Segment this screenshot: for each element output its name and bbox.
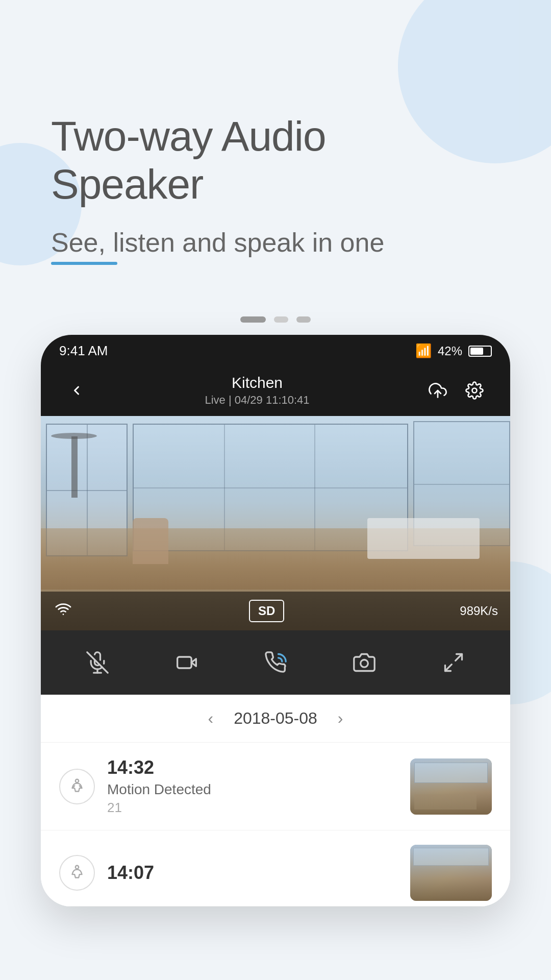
pagination <box>41 316 510 323</box>
camera-speed: 989K/s <box>460 604 498 618</box>
status-bar: 9:41 AM 📶 42% <box>41 335 510 365</box>
event-type: Motion Detected <box>107 781 398 798</box>
dot-3 <box>296 316 311 323</box>
camera-name: Kitchen <box>205 374 309 391</box>
event-thumbnail-2[interactable] <box>410 845 492 901</box>
live-label: Live <box>205 394 225 406</box>
events-list: 14:32 Motion Detected 21 <box>41 743 510 906</box>
event-time: 14:32 <box>107 757 398 778</box>
event-icon-wrap-2 <box>59 855 95 891</box>
cloud-button[interactable] <box>424 377 451 404</box>
date-prev-button[interactable]: ‹ <box>208 709 214 728</box>
settings-button[interactable] <box>461 377 488 404</box>
fullscreen-button[interactable] <box>436 645 471 680</box>
battery-pct: 42% <box>438 344 462 358</box>
battery-icon <box>468 346 492 357</box>
event-item-2[interactable]: 14:07 <box>41 830 510 906</box>
svg-line-10 <box>445 665 452 671</box>
camera-title: Kitchen Live | 04/29 11:10:41 <box>205 374 309 407</box>
status-right: 📶 42% <box>415 343 492 359</box>
svg-point-12 <box>76 866 79 869</box>
svg-line-9 <box>455 654 462 661</box>
event-item[interactable]: 14:32 Motion Detected 21 <box>41 743 510 830</box>
svg-rect-6 <box>177 657 191 668</box>
screenshot-button[interactable] <box>346 645 382 680</box>
hero-title: Two-way AudioSpeaker <box>51 112 520 209</box>
record-button[interactable] <box>169 645 205 680</box>
camera-timestamp: 04/29 11:10:41 <box>235 394 310 406</box>
camera-feed: SD 989K/s <box>41 416 510 630</box>
mute-button[interactable] <box>80 645 115 680</box>
event-count: 21 <box>107 800 398 816</box>
hero-subtitle: See, listen and speak in one <box>51 227 384 258</box>
event-thumbnail[interactable] <box>410 758 492 815</box>
date-nav: ‹ 2018-05-08 › <box>41 695 510 743</box>
status-time: 9:41 AM <box>59 343 108 359</box>
svg-point-11 <box>76 779 79 782</box>
dot-2 <box>274 316 288 323</box>
event-icon-wrap <box>59 769 95 804</box>
live-separator: | <box>229 394 235 406</box>
event-info-2: 14:07 <box>107 862 398 884</box>
svg-point-1 <box>472 388 477 393</box>
event-time-2: 14:07 <box>107 862 398 884</box>
camera-live-info: Live | 04/29 11:10:41 <box>205 394 309 407</box>
dot-1 <box>240 316 266 323</box>
wifi-icon: 📶 <box>415 343 432 359</box>
camera-toolbar: Kitchen Live | 04/29 11:10:41 <box>41 365 510 416</box>
sd-badge: SD <box>249 600 284 622</box>
phone-container: 9:41 AM 📶 42% Kitchen Live <box>41 316 510 906</box>
svg-point-8 <box>361 660 368 668</box>
date-next-button[interactable]: › <box>338 709 343 728</box>
phone-frame: 9:41 AM 📶 42% Kitchen Live <box>41 335 510 906</box>
camera-overlay-bottom: SD 989K/s <box>41 592 510 630</box>
hero-section: Two-way AudioSpeaker See, listen and spe… <box>51 112 520 258</box>
wifi-signal-icon <box>53 600 73 622</box>
call-button[interactable] <box>258 645 293 680</box>
motion-icon-2 <box>67 863 87 883</box>
motion-icon <box>67 777 87 796</box>
control-bar <box>41 630 510 695</box>
battery-fill <box>470 348 483 355</box>
event-info: 14:32 Motion Detected 21 <box>107 757 398 816</box>
back-button[interactable] <box>63 377 90 404</box>
date-display: 2018-05-08 <box>234 709 317 728</box>
